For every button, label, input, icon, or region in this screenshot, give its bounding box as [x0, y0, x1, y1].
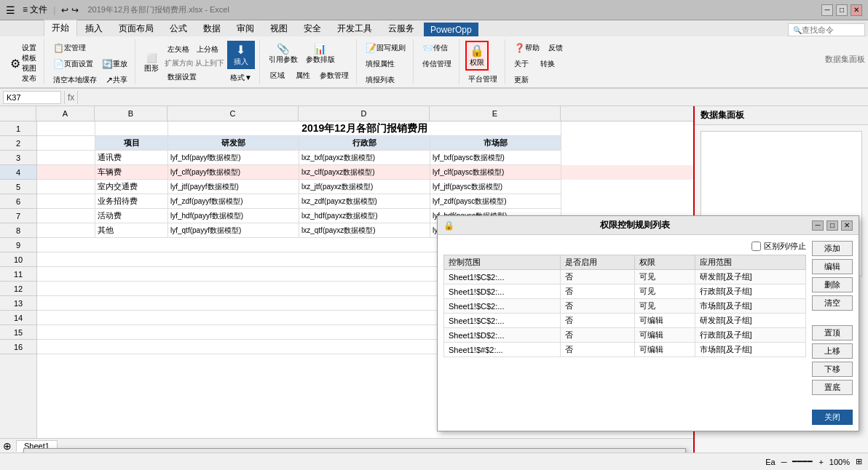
add-sheet-icon[interactable]: ⊕: [3, 440, 12, 452]
row-header-2[interactable]: 2: [0, 136, 36, 151]
tab-start[interactable]: 开始: [44, 20, 77, 36]
tab-view[interactable]: 视图: [262, 20, 296, 36]
share-button[interactable]: ↗ 共享: [103, 73, 130, 87]
cell-a3[interactable]: [37, 151, 95, 165]
cell-d7[interactable]: lxz_hdf(payxz数据模型): [299, 209, 430, 223]
stop-checkbox[interactable]: [751, 242, 761, 251]
formula-input[interactable]: [81, 93, 865, 102]
cell-title[interactable]: 2019年12月各部门报销费用: [168, 122, 561, 136]
cell-d2[interactable]: 行政部: [299, 136, 430, 151]
help-button[interactable]: ❓ 帮助: [511, 41, 542, 55]
cell-c3[interactable]: lyf_txf(payyf数据模型): [168, 151, 299, 165]
about-button[interactable]: 关于: [511, 57, 534, 71]
close-rules-button[interactable]: 关闭: [812, 410, 853, 425]
row-header-13[interactable]: 13: [0, 296, 36, 311]
table-row[interactable]: Sheet1!$#$2:...否可编辑市场部[及子组]: [444, 343, 806, 357]
tab-formula[interactable]: 公式: [162, 20, 195, 36]
fillprop-button[interactable]: 填报属性: [363, 57, 398, 71]
undo-icon[interactable]: ↩: [61, 5, 68, 15]
region-button[interactable]: 区域: [266, 68, 289, 83]
row-header-6[interactable]: 6: [0, 194, 36, 209]
row-header-16[interactable]: 16: [0, 340, 36, 354]
cell-e3[interactable]: lyf_txf(paysc数据模型): [430, 151, 561, 165]
pagesetup-button[interactable]: 📄 页面设置: [50, 57, 96, 71]
cell-b1[interactable]: [95, 122, 168, 136]
rules-close-button[interactable]: ✕: [841, 220, 853, 231]
feedback-button[interactable]: 反馈: [545, 41, 569, 55]
tobottom-rule-button[interactable]: 置底: [812, 380, 853, 395]
table-row[interactable]: Sheet1!$C$2:...否可见研发部[及子组]: [444, 270, 806, 284]
platform-mgr-button[interactable]: 平台管理: [465, 72, 500, 87]
zoom-in-icon[interactable]: +: [818, 458, 823, 466]
send-button[interactable]: 📨 传信: [419, 41, 451, 55]
cell-a8[interactable]: [37, 223, 95, 238]
minimize-button[interactable]: ─: [821, 4, 833, 16]
tab-security[interactable]: 安全: [296, 20, 329, 36]
totop-rule-button[interactable]: 置顶: [812, 325, 853, 340]
cell-e4[interactable]: lyf_clf(paysc数据模型): [430, 165, 561, 180]
datasetting-button[interactable]: 数据设置: [165, 70, 224, 84]
table-row[interactable]: Sheet1!$C$2:...否可见市场部[及子组]: [444, 299, 806, 314]
cell-c2[interactable]: 研发部: [168, 136, 299, 151]
row-header-1[interactable]: 1: [0, 122, 36, 136]
paramtable-button[interactable]: 📊 参数排版: [303, 41, 338, 67]
tab-poweropp[interactable]: PowerOpp: [424, 23, 478, 36]
property-button[interactable]: 属性: [291, 68, 315, 83]
row-header-8[interactable]: 8: [0, 223, 36, 238]
file-menu[interactable]: ≡ 文件: [23, 4, 47, 16]
cell-e2[interactable]: 市场部: [430, 136, 561, 151]
cell-a7[interactable]: [37, 209, 95, 223]
cell-b3[interactable]: 通讯费: [95, 151, 168, 165]
cell-e6[interactable]: lyf_zdf(paysc数据模型): [430, 194, 561, 209]
writeback-modal-titlebar[interactable]: 📝 回写规则设置 ✕: [24, 449, 685, 453]
row-header-10[interactable]: 10: [0, 252, 36, 267]
maximize-button[interactable]: □: [836, 4, 848, 16]
cell-b4[interactable]: 车辆费: [95, 165, 168, 180]
sendmgr-button[interactable]: 传信管理: [419, 57, 454, 71]
rules-minimize-button[interactable]: ─: [812, 220, 824, 231]
col-header-b[interactable]: B: [95, 106, 167, 121]
convert-button[interactable]: 转换: [537, 57, 561, 71]
topgrid-button[interactable]: 上分格: [194, 42, 221, 57]
cell-c6[interactable]: lyf_zdf(payyf数据模型): [168, 194, 299, 209]
writeback-rule-button[interactable]: 📝 固写规则: [363, 41, 409, 55]
rules-maximize-button[interactable]: □: [826, 220, 838, 231]
replay-button[interactable]: 🔄 重放: [99, 57, 130, 71]
name-box[interactable]: [3, 91, 61, 104]
add-rule-button[interactable]: 添加: [812, 241, 853, 256]
format-button[interactable]: 格式▼: [227, 71, 255, 85]
row-header-3[interactable]: 3: [0, 151, 36, 165]
table-row[interactable]: Sheet1!$D$2:...否可见行政部[及子组]: [444, 284, 806, 299]
zoom-out-icon[interactable]: ─: [781, 458, 787, 466]
macro-button[interactable]: 📋 宏管理: [50, 41, 89, 55]
col-header-c[interactable]: C: [167, 106, 299, 121]
row-header-11[interactable]: 11: [0, 267, 36, 282]
leftarrow-button[interactable]: 左矢格: [165, 43, 192, 56]
moveup-rule-button[interactable]: 上移: [812, 343, 853, 359]
cell-a4[interactable]: [37, 165, 95, 180]
filllist-button[interactable]: 填报列表: [363, 73, 398, 87]
cell-c5[interactable]: lyf_jtf(payyf数据模型): [168, 180, 299, 194]
insert-button[interactable]: ⬇ 插入: [227, 41, 255, 69]
tab-cloudservice[interactable]: 云服务: [380, 20, 422, 36]
close-button[interactable]: ✕: [851, 4, 862, 16]
graphic-button[interactable]: ⬜ 图形: [141, 51, 162, 76]
function-icon[interactable]: fx: [68, 92, 74, 103]
table-row[interactable]: Sheet1!$C$2:...否可编辑研发部[及子组]: [444, 314, 806, 328]
row-header-7[interactable]: 7: [0, 209, 36, 223]
cell-c7[interactable]: lyf_hdf(payyf数据模型): [168, 209, 299, 223]
movedown-rule-button[interactable]: 下移: [812, 362, 853, 377]
cell-d6[interactable]: lxz_zdf(payxz数据模型): [299, 194, 430, 209]
col-header-d[interactable]: D: [299, 106, 430, 121]
parammgr-button[interactable]: 参数管理: [317, 68, 352, 83]
cell-d4[interactable]: lxz_clf(payxz数据模型): [299, 165, 430, 180]
app-menu-icon[interactable]: ☰: [6, 4, 15, 16]
row-header-9[interactable]: 9: [0, 238, 36, 252]
cell-c8[interactable]: lyf_qtf(payyf数据模型): [168, 223, 299, 238]
redo-icon[interactable]: ↪: [71, 5, 79, 15]
permissions-button[interactable]: 🔒 权限: [465, 41, 489, 71]
setup-button[interactable]: ⚙ 设置 模板 视图 发布: [7, 41, 39, 86]
cell-a1[interactable]: [37, 122, 95, 136]
cell-b7[interactable]: 活动费: [95, 209, 168, 223]
cell-d5[interactable]: lxz_jtf(payxz数据模型): [299, 180, 430, 194]
